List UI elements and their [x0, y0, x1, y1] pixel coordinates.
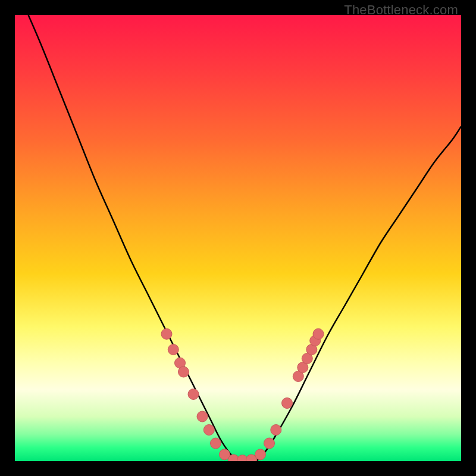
curve-marker [271, 425, 281, 436]
curve-marker [168, 345, 178, 355]
curve-marker [313, 328, 324, 339]
chart-svg [15, 15, 461, 461]
curve-marker [188, 389, 199, 400]
curve-marker [255, 449, 266, 460]
curve-marker [282, 398, 293, 409]
curve-marker [211, 438, 221, 449]
curve-marker [264, 438, 275, 449]
chart-frame [15, 15, 461, 461]
bottleneck-curve [29, 15, 462, 461]
curve-marker [161, 328, 172, 339]
watermark-text: TheBottleneck.com [344, 2, 458, 18]
curve-markers [161, 328, 324, 461]
curve-marker [203, 425, 214, 436]
curve-marker [178, 367, 189, 377]
curve-marker [197, 411, 208, 422]
